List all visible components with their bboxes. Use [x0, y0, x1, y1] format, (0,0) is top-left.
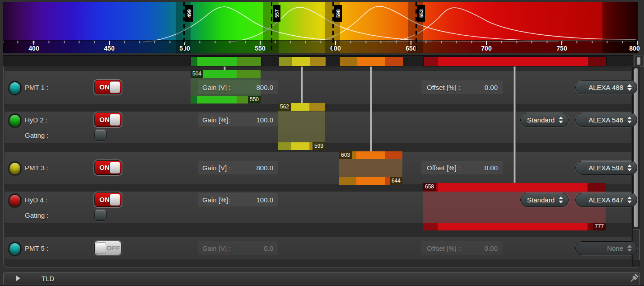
dye-selected-value: None: [607, 244, 623, 252]
detector-indicator-pmt3: [9, 162, 21, 175]
dye-selected-value: ALEXA 546: [588, 116, 623, 124]
dye-select-pmt5: None: [575, 241, 637, 255]
toggle-knob[interactable]: [110, 194, 120, 206]
band-body[interactable]: [278, 111, 325, 142]
offset-label-pmt3: Offset [%] :: [427, 164, 460, 172]
gain-value-hyd4[interactable]: 100.0: [244, 196, 273, 204]
dye-selected-value: ALEXA 647: [588, 196, 623, 204]
gating-label-hyd4: Gating :: [25, 211, 49, 219]
detector-indicator-hyd2: [9, 114, 21, 127]
gain-label-pmt1: Gain [V] :: [202, 84, 231, 91]
laser-line-598[interactable]: [332, 2, 334, 53]
laser-label-598: 598: [334, 5, 342, 22]
offset-value-pmt1[interactable]: 0.00: [471, 84, 498, 91]
spectrum-view[interactable]: 400 450 500 550 600 650 700 750 800 499 …: [3, 2, 638, 53]
laser-line-653[interactable]: [415, 2, 417, 53]
detector-indicator-pmt1: [9, 81, 21, 95]
laser-line-499[interactable]: [183, 2, 185, 53]
power-toggle-hyd2[interactable]: ON: [94, 113, 121, 127]
gating-checkbox-hyd4[interactable]: [94, 210, 107, 221]
overview-band-pmt3[interactable]: [339, 56, 403, 66]
axis-tick-label: 400: [24, 45, 44, 52]
laser-label-499: 499: [185, 5, 193, 22]
gain-label-pmt3: Gain [V] :: [202, 164, 231, 172]
laser-label-653: 653: [417, 5, 425, 22]
toggle-state-label: ON: [99, 164, 110, 171]
dye-select-pmt3[interactable]: ALEXA 594: [575, 161, 637, 175]
tld-section-label: TLD: [42, 275, 54, 282]
laser-line-557[interactable]: [271, 2, 272, 53]
emission-curve-alexa594: [311, 6, 635, 42]
power-toggle-pmt1[interactable]: ON: [94, 80, 121, 94]
gain-value-pmt1[interactable]: 800.0: [244, 84, 273, 91]
overview-band-pmt1[interactable]: [191, 56, 261, 66]
gating-checkbox-hyd2[interactable]: [94, 130, 107, 141]
dye-select-hyd2[interactable]: ALEXA 546: [575, 113, 637, 127]
band-from-label: 658: [423, 183, 436, 191]
offset-value-pmt5: 0.00: [471, 244, 498, 252]
gain-label-hyd4: Gain [%]:: [202, 196, 230, 204]
gain-value-pmt5: 0.0: [244, 244, 273, 252]
spinner-arrows-icon: [627, 84, 632, 91]
detection-band-pmt3[interactable]: 603 644: [339, 151, 402, 185]
tld-section-bar[interactable]: [3, 272, 640, 285]
toggle-knob[interactable]: [96, 242, 106, 254]
gain-label-hyd2: Gain [%]:: [202, 116, 230, 124]
band-from-label: 562: [278, 103, 291, 111]
axis-tick-label: 700: [476, 45, 496, 52]
band-overview-scrollbar[interactable]: [3, 55, 633, 67]
detector-indicator-hyd4: [9, 194, 21, 207]
band-edge-bottom[interactable]: [423, 223, 606, 230]
band-handle-hyd2[interactable]: [301, 66, 303, 104]
dye-selected-value: ALEXA 594: [588, 164, 623, 172]
pin-icon[interactable]: [630, 273, 639, 283]
mode-selected-value: Standard: [527, 196, 555, 204]
gating-label-hyd2: Gating :: [25, 131, 49, 139]
spinner-arrows-icon: [627, 245, 632, 252]
band-from-label: 603: [339, 151, 352, 159]
axis-tick-label: 750: [552, 45, 572, 52]
axis-tick-label: 650: [401, 45, 421, 52]
power-toggle-pmt3[interactable]: ON: [94, 160, 121, 175]
power-toggle-pmt5[interactable]: OFF: [94, 241, 121, 255]
detector-settings-panel: 400 450 500 550 600 650 700 750 800 499 …: [0, 0, 644, 286]
toggle-knob[interactable]: [110, 81, 120, 93]
expander-arrow-icon[interactable]: [16, 276, 20, 281]
detection-band-hyd2[interactable]: 562 593: [278, 103, 325, 150]
mode-select-hyd4[interactable]: Standard: [520, 193, 569, 207]
toggle-state-label: OFF: [107, 244, 120, 252]
dye-selected-value: ALEXA 488: [588, 84, 623, 91]
band-body[interactable]: [339, 159, 402, 177]
offset-value-pmt3[interactable]: 0.00: [471, 164, 498, 172]
mode-select-hyd2[interactable]: Standard: [520, 113, 569, 127]
overview-band-hyd4[interactable]: [423, 56, 607, 66]
gain-value-hyd2[interactable]: 100.0: [244, 116, 273, 124]
band-edge-top[interactable]: [423, 183, 606, 192]
band-handle-hyd4[interactable]: [513, 66, 516, 183]
dye-select-pmt1[interactable]: ALEXA 488: [575, 80, 637, 94]
dye-select-hyd4[interactable]: ALEXA 647: [575, 193, 637, 207]
spinner-arrows-icon: [559, 197, 563, 203]
spinner-arrows-icon: [627, 164, 632, 171]
detector-name-hyd2: HyD 2 :: [25, 116, 47, 124]
offset-label-pmt1: Offset [%] :: [427, 84, 460, 91]
power-toggle-hyd4[interactable]: ON: [94, 192, 121, 207]
gain-value-pmt3[interactable]: 800.0: [244, 164, 273, 172]
laser-label-557: 557: [273, 5, 280, 22]
detection-band-hyd4[interactable]: 658 777: [423, 183, 606, 230]
axis-tick-label: 600: [326, 45, 345, 52]
offset-label-pmt5: Offset [%] :: [427, 244, 460, 252]
axis-tick-label: 450: [99, 45, 119, 52]
detector-name-pmt1: PMT 1 :: [25, 84, 48, 91]
toggle-state-label: ON: [99, 83, 110, 91]
overview-scrollbar-cap[interactable]: [634, 56, 644, 67]
toggle-knob[interactable]: [110, 162, 120, 173]
band-handle-pmt3[interactable]: [370, 66, 372, 152]
gain-label-pmt5: Gain [V] :: [202, 244, 231, 252]
toggle-knob[interactable]: [110, 114, 120, 126]
axis-tick-label: 500: [175, 45, 195, 52]
overview-band-hyd2[interactable]: [278, 56, 326, 66]
band-to-label: 550: [248, 96, 261, 103]
overview-scrollbar-thumb[interactable]: [637, 57, 640, 65]
detector-name-hyd4: HyD 4 :: [25, 196, 47, 204]
